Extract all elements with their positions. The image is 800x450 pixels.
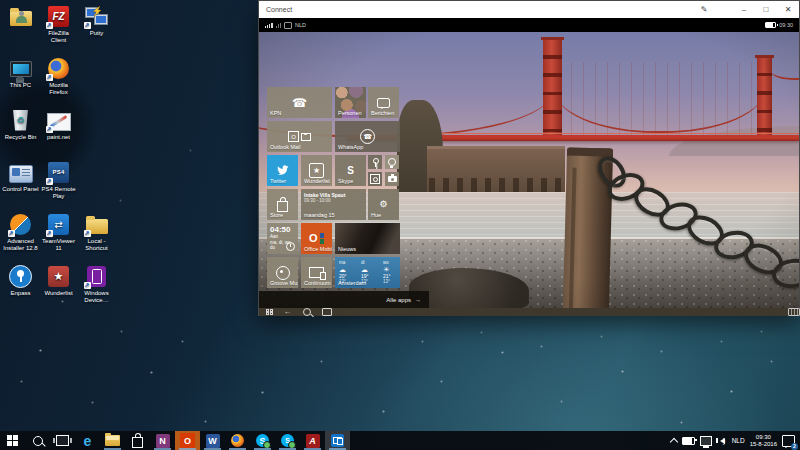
desktop-icon-recycle-bin[interactable]: ♻Recycle Bin — [2, 108, 39, 141]
tile-hue-small[interactable] — [385, 155, 399, 169]
tile-label: Twitter — [270, 178, 286, 184]
nav-back-icon[interactable]: ← — [284, 308, 292, 316]
camera-icon — [385, 172, 399, 186]
tile-alarms[interactable]: 04:50Aanma, di, wo, do — [267, 223, 298, 254]
tile-label: maandag 15 — [304, 212, 335, 218]
all-apps-bar[interactable]: Alle apps → — [259, 291, 429, 308]
taskbar-search-icon[interactable] — [25, 431, 50, 450]
desktop-icon-ps4-remote-play[interactable]: PS4↗PS4 Remote Play — [40, 160, 77, 200]
taskbar-skype-icon[interactable]: S — [250, 431, 275, 450]
tile-weather[interactable]: ma☁20° 13°di☁19° 13°wo☀21° 13°Amsterdam — [335, 257, 400, 288]
shortcut-arrow-icon: ↗ — [46, 126, 53, 133]
tile-skype[interactable]: SSkype — [335, 155, 366, 186]
chevron-up-icon[interactable] — [669, 438, 677, 446]
tile-people[interactable]: Personen — [335, 87, 366, 118]
alarm-time: 04:50 — [270, 225, 295, 234]
tile-enpass-small[interactable] — [368, 155, 382, 169]
desktop-icon-label: TeamViewer 11 — [40, 238, 77, 252]
taskbar-connect-icon[interactable] — [325, 431, 350, 450]
desktop-icon-firefox[interactable]: ↗Mozilla Firefox — [40, 56, 77, 96]
tile-store[interactable]: Store — [267, 189, 298, 220]
desktop-icon-this-pc[interactable]: This PC — [2, 56, 39, 89]
control-panel-icon — [9, 160, 33, 184]
tile-agenda[interactable]: Intake Villa Spaut09:30 - 10:00maandag 1… — [301, 189, 366, 220]
phone-nav-bar: ← — [259, 308, 800, 316]
taskbar-task-view-icon[interactable] — [50, 431, 75, 450]
minimize-button[interactable]: – — [733, 1, 755, 18]
language-indicator[interactable]: NLD — [732, 437, 745, 444]
desktop-icon-filezilla[interactable]: FZ↗FileZilla Client — [40, 4, 77, 44]
tile-label: Store — [270, 212, 283, 218]
phone-status-bar: NLD 09:30 — [259, 18, 799, 32]
tile-camera-small[interactable] — [385, 172, 399, 186]
tile-continuum[interactable]: Continuum — [301, 257, 332, 288]
tile-phone[interactable]: ☎KPN — [267, 87, 332, 118]
shortcut-arrow-icon: ↗ — [46, 74, 53, 81]
taskbar-store-icon[interactable] — [125, 431, 150, 450]
local-shortcut-icon: ↗ — [85, 212, 109, 236]
desktop-icon-putty[interactable]: ⚡↗Putty — [78, 4, 115, 37]
action-center-icon[interactable]: 2 — [782, 435, 795, 447]
ps4-remote-play-icon: PS4↗ — [47, 160, 71, 184]
desktop-icon-local-shortcut[interactable]: ↗Local - Shortcut — [78, 212, 115, 252]
shortcut-arrow-icon: ↗ — [46, 22, 53, 29]
tile-label: Nieuws — [338, 246, 356, 252]
tile-label: Berichten — [371, 110, 394, 116]
nav-windows-icon[interactable] — [266, 309, 273, 316]
tile-safe-small[interactable] — [368, 172, 382, 186]
wallpaper-stars — [0, 0, 1, 1]
taskbar-skype-business-icon[interactable]: S — [275, 431, 300, 450]
tile-hue[interactable]: ⚙Hue — [368, 189, 399, 220]
all-apps-label: Alle apps — [386, 297, 411, 303]
tile-news[interactable]: Nieuws — [335, 223, 400, 254]
nav-search-icon[interactable] — [303, 308, 311, 316]
tile-twitter[interactable]: Twitter — [267, 155, 298, 186]
taskbar-firefox-icon[interactable] — [225, 431, 250, 450]
close-button[interactable]: ✕ — [777, 1, 799, 18]
desktop-icon-user-folder[interactable] — [2, 4, 39, 30]
tile-whatsapp[interactable]: ☎WhatsApp — [335, 121, 400, 152]
tile-outlook-mail[interactable]: OOutlook Mail — [267, 121, 332, 152]
connect-titlebar[interactable]: Connect ✎ – □ ✕ — [259, 1, 799, 18]
tile-label: Groove Muziek — [270, 280, 298, 286]
notification-badge: 2 — [791, 443, 798, 450]
teamviewer-icon: ⇄↗ — [47, 212, 71, 236]
tile-groove[interactable]: Groove Muziek — [267, 257, 298, 288]
nav-task-view-icon[interactable] — [322, 308, 332, 316]
desktop-icon-paint-net[interactable]: ↗paint.net — [40, 108, 77, 141]
edit-pen-icon[interactable]: ✎ — [693, 1, 715, 18]
desktop-icon-wunderlist[interactable]: ★Wunderlist — [40, 264, 77, 297]
taskbar-file-explorer-icon[interactable] — [100, 431, 125, 450]
signal-strength-icon — [265, 23, 273, 28]
desktop-icon-teamviewer[interactable]: ⇄↗TeamViewer 11 — [40, 212, 77, 252]
battery-icon[interactable] — [682, 437, 695, 445]
taskbar-office-icon[interactable]: O — [175, 431, 200, 450]
tray-clock[interactable]: 09:30 15-8-2016 — [750, 434, 777, 448]
nav-keyboard-icon[interactable] — [788, 308, 800, 316]
taskbar-start-icon[interactable] — [0, 431, 25, 450]
taskbar-onenote-icon[interactable]: N — [150, 431, 175, 450]
network-icon[interactable] — [700, 436, 712, 446]
desktop-icon-windows-device[interactable]: ↗Windows Device… — [78, 264, 115, 304]
connect-window[interactable]: Connect ✎ – □ ✕ NLD 09:30 — [258, 0, 800, 316]
tile-wunderlist[interactable]: ★Wunderlist — [301, 155, 332, 186]
desktop-icon-control-panel[interactable]: Control Panel — [2, 160, 39, 193]
taskbar-edge-icon[interactable]: e — [75, 431, 100, 450]
taskbar-word-icon[interactable]: W — [200, 431, 225, 450]
desktop-icon-label: Local - Shortcut — [78, 238, 115, 252]
tile-label: Outlook Mail — [270, 144, 301, 150]
tile-office[interactable]: OOffice Mobile — [301, 223, 332, 254]
desktop-icon-enpass[interactable]: Enpass — [2, 264, 39, 297]
desktop-icon-label: Control Panel — [2, 186, 39, 193]
windows-device-icon: ↗ — [85, 264, 109, 288]
tile-messaging[interactable]: Berichten — [368, 87, 399, 118]
firefox-icon: ↗ — [47, 56, 71, 80]
desktop-icon-label: Enpass — [2, 290, 39, 297]
desktop-icon-advanced-installer[interactable]: ↗Advanced Installer 12.8 — [2, 212, 39, 252]
window-title: Connect — [266, 6, 292, 13]
desktop-icon-label: Recycle Bin — [2, 134, 39, 141]
volume-icon[interactable] — [717, 438, 725, 444]
maximize-button[interactable]: □ — [755, 1, 777, 18]
shortcut-arrow-icon: ↗ — [8, 230, 15, 237]
taskbar-acrobat-icon[interactable]: A — [300, 431, 325, 450]
